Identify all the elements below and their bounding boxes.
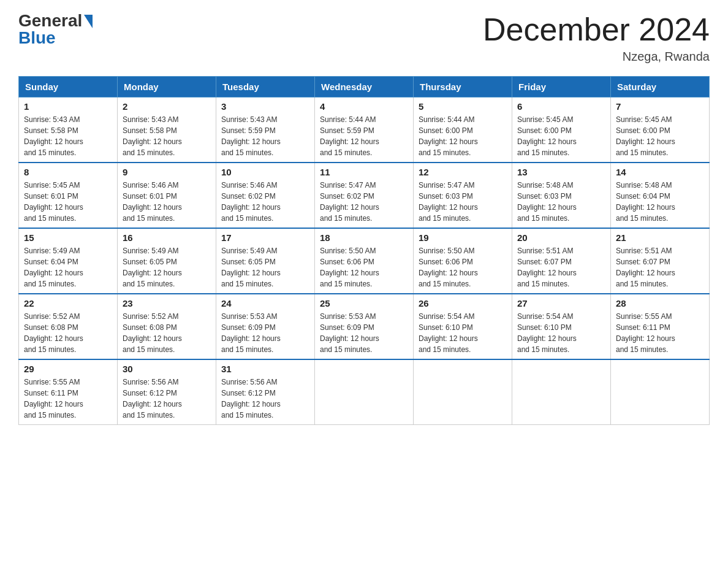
day-info: Sunrise: 5:52 AM Sunset: 6:08 PM Dayligh…: [24, 311, 112, 355]
day-info: Sunrise: 5:45 AM Sunset: 6:00 PM Dayligh…: [517, 114, 605, 158]
day-info: Sunrise: 5:55 AM Sunset: 6:11 PM Dayligh…: [24, 377, 112, 421]
day-info: Sunrise: 5:56 AM Sunset: 6:12 PM Dayligh…: [221, 377, 309, 421]
day-number: 16: [123, 232, 211, 243]
calendar-cell: 20 Sunrise: 5:51 AM Sunset: 6:07 PM Dayl…: [512, 228, 611, 294]
calendar-cell: 11 Sunrise: 5:47 AM Sunset: 6:02 PM Dayl…: [315, 163, 414, 228]
calendar-cell: [315, 359, 414, 425]
calendar-cell: 1 Sunrise: 5:43 AM Sunset: 5:58 PM Dayli…: [19, 98, 118, 163]
header-wednesday: Wednesday: [315, 77, 414, 98]
day-info: Sunrise: 5:50 AM Sunset: 6:06 PM Dayligh…: [320, 245, 408, 289]
day-info: Sunrise: 5:47 AM Sunset: 6:02 PM Dayligh…: [320, 180, 408, 224]
day-number: 5: [419, 101, 507, 112]
day-number: 20: [517, 232, 605, 243]
calendar-cell: 23 Sunrise: 5:52 AM Sunset: 6:08 PM Dayl…: [118, 294, 216, 359]
calendar-header-row: Sunday Monday Tuesday Wednesday Thursday…: [19, 77, 710, 98]
day-number: 6: [517, 101, 605, 112]
day-number: 3: [221, 101, 309, 112]
calendar-cell: 14 Sunrise: 5:48 AM Sunset: 6:04 PM Dayl…: [611, 163, 710, 228]
day-info: Sunrise: 5:48 AM Sunset: 6:04 PM Dayligh…: [616, 180, 704, 224]
calendar-week-row-5: 29 Sunrise: 5:55 AM Sunset: 6:11 PM Dayl…: [19, 359, 710, 425]
calendar-cell: 12 Sunrise: 5:47 AM Sunset: 6:03 PM Dayl…: [414, 163, 512, 228]
day-number: 21: [616, 232, 704, 243]
calendar-cell: 9 Sunrise: 5:46 AM Sunset: 6:01 PM Dayli…: [118, 163, 216, 228]
calendar-cell: 13 Sunrise: 5:48 AM Sunset: 6:03 PM Dayl…: [512, 163, 611, 228]
day-number: 27: [517, 298, 605, 308]
calendar-cell: 21 Sunrise: 5:51 AM Sunset: 6:07 PM Dayl…: [611, 228, 710, 294]
day-number: 22: [24, 298, 112, 308]
day-number: 30: [123, 364, 211, 374]
day-info: Sunrise: 5:45 AM Sunset: 6:00 PM Dayligh…: [616, 114, 704, 158]
day-number: 1: [24, 101, 112, 112]
calendar-cell: 7 Sunrise: 5:45 AM Sunset: 6:00 PM Dayli…: [611, 98, 710, 163]
day-number: 26: [419, 298, 507, 308]
day-number: 4: [320, 101, 408, 112]
calendar-location: Nzega, Rwanda: [483, 50, 710, 64]
day-info: Sunrise: 5:48 AM Sunset: 6:03 PM Dayligh…: [517, 180, 605, 224]
day-info: Sunrise: 5:43 AM Sunset: 5:58 PM Dayligh…: [123, 114, 211, 158]
calendar-week-row-3: 15 Sunrise: 5:49 AM Sunset: 6:04 PM Dayl…: [19, 228, 710, 294]
day-number: 7: [616, 101, 704, 112]
title-section: December 2024 Nzega, Rwanda: [483, 12, 710, 64]
day-info: Sunrise: 5:46 AM Sunset: 6:02 PM Dayligh…: [221, 180, 309, 224]
day-info: Sunrise: 5:55 AM Sunset: 6:11 PM Dayligh…: [616, 311, 704, 355]
day-number: 12: [419, 167, 507, 177]
page-header: General Blue December 2024 Nzega, Rwanda: [18, 12, 710, 64]
calendar-week-row-2: 8 Sunrise: 5:45 AM Sunset: 6:01 PM Dayli…: [19, 163, 710, 228]
day-number: 29: [24, 364, 112, 374]
day-info: Sunrise: 5:49 AM Sunset: 6:05 PM Dayligh…: [221, 245, 309, 289]
day-info: Sunrise: 5:54 AM Sunset: 6:10 PM Dayligh…: [419, 311, 507, 355]
calendar-cell: 27 Sunrise: 5:54 AM Sunset: 6:10 PM Dayl…: [512, 294, 611, 359]
calendar-cell: 15 Sunrise: 5:49 AM Sunset: 6:04 PM Dayl…: [19, 228, 118, 294]
calendar-cell: [512, 359, 611, 425]
day-number: 18: [320, 232, 408, 243]
calendar-cell: [414, 359, 512, 425]
calendar-cell: 30 Sunrise: 5:56 AM Sunset: 6:12 PM Dayl…: [118, 359, 216, 425]
day-number: 24: [221, 298, 309, 308]
day-number: 9: [123, 167, 211, 177]
day-info: Sunrise: 5:54 AM Sunset: 6:10 PM Dayligh…: [517, 311, 605, 355]
day-info: Sunrise: 5:51 AM Sunset: 6:07 PM Dayligh…: [616, 245, 704, 289]
day-number: 23: [123, 298, 211, 308]
calendar-cell: 8 Sunrise: 5:45 AM Sunset: 6:01 PM Dayli…: [19, 163, 118, 228]
calendar-cell: [611, 359, 710, 425]
header-friday: Friday: [512, 77, 611, 98]
day-info: Sunrise: 5:43 AM Sunset: 5:58 PM Dayligh…: [24, 114, 112, 158]
header-monday: Monday: [118, 77, 216, 98]
day-info: Sunrise: 5:51 AM Sunset: 6:07 PM Dayligh…: [517, 245, 605, 289]
header-saturday: Saturday: [611, 77, 710, 98]
day-number: 8: [24, 167, 112, 177]
day-number: 2: [123, 101, 211, 112]
calendar-cell: 19 Sunrise: 5:50 AM Sunset: 6:06 PM Dayl…: [414, 228, 512, 294]
day-number: 28: [616, 298, 704, 308]
day-info: Sunrise: 5:53 AM Sunset: 6:09 PM Dayligh…: [320, 311, 408, 355]
calendar-cell: 22 Sunrise: 5:52 AM Sunset: 6:08 PM Dayl…: [19, 294, 118, 359]
calendar-cell: 28 Sunrise: 5:55 AM Sunset: 6:11 PM Dayl…: [611, 294, 710, 359]
calendar-cell: 2 Sunrise: 5:43 AM Sunset: 5:58 PM Dayli…: [118, 98, 216, 163]
header-tuesday: Tuesday: [216, 77, 315, 98]
day-info: Sunrise: 5:45 AM Sunset: 6:01 PM Dayligh…: [24, 180, 112, 224]
day-info: Sunrise: 5:56 AM Sunset: 6:12 PM Dayligh…: [123, 377, 211, 421]
calendar-cell: 29 Sunrise: 5:55 AM Sunset: 6:11 PM Dayl…: [19, 359, 118, 425]
header-thursday: Thursday: [414, 77, 512, 98]
day-number: 11: [320, 167, 408, 177]
day-info: Sunrise: 5:44 AM Sunset: 6:00 PM Dayligh…: [419, 114, 507, 158]
day-info: Sunrise: 5:50 AM Sunset: 6:06 PM Dayligh…: [419, 245, 507, 289]
day-number: 31: [221, 364, 309, 374]
calendar-cell: 4 Sunrise: 5:44 AM Sunset: 5:59 PM Dayli…: [315, 98, 414, 163]
day-info: Sunrise: 5:47 AM Sunset: 6:03 PM Dayligh…: [419, 180, 507, 224]
day-info: Sunrise: 5:44 AM Sunset: 5:59 PM Dayligh…: [320, 114, 408, 158]
calendar-week-row-1: 1 Sunrise: 5:43 AM Sunset: 5:58 PM Dayli…: [19, 98, 710, 163]
day-number: 19: [419, 232, 507, 243]
logo: General Blue: [18, 12, 93, 47]
calendar-cell: 24 Sunrise: 5:53 AM Sunset: 6:09 PM Dayl…: [216, 294, 315, 359]
day-number: 15: [24, 232, 112, 243]
day-info: Sunrise: 5:49 AM Sunset: 6:04 PM Dayligh…: [24, 245, 112, 289]
day-number: 10: [221, 167, 309, 177]
day-number: 13: [517, 167, 605, 177]
calendar-cell: 31 Sunrise: 5:56 AM Sunset: 6:12 PM Dayl…: [216, 359, 315, 425]
calendar-cell: 16 Sunrise: 5:49 AM Sunset: 6:05 PM Dayl…: [118, 228, 216, 294]
logo-general-text: General: [18, 12, 82, 29]
calendar-cell: 25 Sunrise: 5:53 AM Sunset: 6:09 PM Dayl…: [315, 294, 414, 359]
calendar-cell: 17 Sunrise: 5:49 AM Sunset: 6:05 PM Dayl…: [216, 228, 315, 294]
calendar-cell: 26 Sunrise: 5:54 AM Sunset: 6:10 PM Dayl…: [414, 294, 512, 359]
